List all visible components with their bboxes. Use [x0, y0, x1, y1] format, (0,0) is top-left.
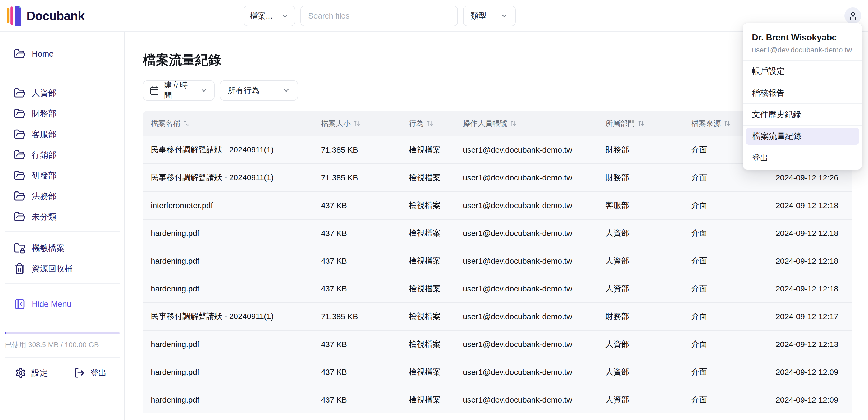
sort-icon [510, 120, 517, 127]
docubank-logo-icon [7, 5, 22, 26]
column-header[interactable]: 所屬部門 [597, 111, 683, 136]
table-cell: 介面 [683, 274, 768, 302]
folder-lock-icon [14, 242, 25, 254]
menu-item-檔案流量紀錄[interactable]: 檔案流量紀錄 [746, 128, 859, 145]
sidebar-item-機敏檔案[interactable]: 機敏檔案 [5, 238, 120, 259]
trash-icon [14, 263, 25, 274]
sidebar-item-Home[interactable]: Home [5, 43, 120, 64]
table-cell: 檢視檔案 [401, 330, 455, 358]
sidebar-item-label: 客服部 [32, 129, 56, 140]
user-avatar-button[interactable] [844, 7, 861, 24]
menu-divider [743, 125, 862, 126]
menu-item-文件歷史紀錄[interactable]: 文件歷史紀錄 [743, 104, 862, 125]
table-cell: 437 KB [313, 358, 401, 386]
table-cell: 2024-09-12 12:09 [768, 386, 852, 413]
sidebar-item-label: 機敏檔案 [32, 243, 65, 253]
table-cell: 介面 [683, 386, 768, 413]
table-cell: hardening.pdf [143, 386, 313, 413]
hide-menu-button[interactable]: Hide Menu [5, 294, 120, 314]
column-header[interactable]: 檔案大小 [313, 111, 401, 136]
type-select[interactable]: 類型 [463, 5, 516, 26]
folder-open-icon [14, 128, 25, 140]
table-cell: 介面 [683, 247, 768, 274]
table-cell: 介面 [683, 219, 768, 247]
table-cell: 介面 [683, 330, 768, 358]
table-cell: 人資部 [597, 358, 683, 386]
table-cell: 檢視檔案 [401, 358, 455, 386]
table-cell: user1@dev.docubank-demo.tw [455, 247, 597, 274]
table-cell: 檢視檔案 [401, 302, 455, 330]
column-header[interactable]: 檔案名稱 [143, 111, 313, 136]
table-row: hardening.pdf437 KB檢視檔案user1@dev.docuban… [143, 386, 852, 413]
sort-icon [426, 120, 433, 127]
table-cell: 2024-09-12 12:18 [768, 274, 852, 302]
sidebar-item-人資部[interactable]: 人資部 [5, 83, 120, 103]
table-cell: 檢視檔案 [401, 163, 455, 191]
table-cell: 2024-09-12 12:13 [768, 330, 852, 358]
sidebar-item-研發部[interactable]: 研發部 [5, 165, 120, 186]
table-cell: user1@dev.docubank-demo.tw [455, 302, 597, 330]
table-cell: 財務部 [597, 136, 683, 163]
user-name: Dr. Brent Wisokyabc [752, 33, 853, 42]
column-header[interactable]: 操作人員帳號 [455, 111, 597, 136]
menu-item-登出[interactable]: 登出 [743, 147, 862, 169]
sidebar-item-財務部[interactable]: 財務部 [5, 103, 120, 124]
table-cell: 437 KB [313, 274, 401, 302]
file-scope-value: 檔案... [250, 10, 272, 22]
table-cell: 檢視檔案 [401, 386, 455, 413]
storage-usage-text: 已使用 308.5 MB / 100.00 GB [5, 341, 120, 349]
table-row: hardening.pdf437 KB檢視檔案user1@dev.docuban… [143, 358, 852, 386]
sidebar-item-資源回收桶[interactable]: 資源回收桶 [5, 259, 120, 279]
table-cell: 客服部 [597, 191, 683, 219]
hide-menu-label: Hide Menu [32, 299, 71, 309]
table-cell: user1@dev.docubank-demo.tw [455, 330, 597, 358]
sidebar-item-未分類[interactable]: 未分類 [5, 207, 120, 227]
menu-item-帳戶設定[interactable]: 帳戶設定 [743, 61, 862, 82]
table-cell: 2024-09-12 12:18 [768, 191, 852, 219]
action-filter-dropdown[interactable]: 所有行為 [220, 81, 298, 100]
file-scope-select[interactable]: 檔案... [244, 5, 295, 26]
sidebar: Home人資部財務部客服部行銷部研發部法務部未分類機敏檔案資源回收桶 Hide … [0, 32, 125, 420]
table-cell: hardening.pdf [143, 219, 313, 247]
table-cell: hardening.pdf [143, 358, 313, 386]
column-header[interactable]: 行為 [401, 111, 455, 136]
sidebar-item-客服部[interactable]: 客服部 [5, 124, 120, 145]
table-cell: 437 KB [313, 330, 401, 358]
table-cell: 檢視檔案 [401, 191, 455, 219]
type-select-value: 類型 [470, 10, 486, 22]
table-cell: 2024-09-12 12:18 [768, 247, 852, 274]
search-input[interactable] [301, 5, 458, 26]
chevron-down-icon [200, 87, 208, 94]
logout-button[interactable]: 登出 [74, 367, 106, 379]
settings-button[interactable]: 設定 [15, 367, 48, 379]
column-header-label: 檔案來源 [691, 119, 721, 127]
table-cell: 人資部 [597, 274, 683, 302]
action-filter-value: 所有行為 [228, 85, 259, 96]
table-cell: 437 KB [313, 386, 401, 413]
table-cell: 檢視檔案 [401, 274, 455, 302]
sidebar-item-label: 財務部 [32, 108, 56, 119]
sidebar-item-label: 法務部 [32, 191, 56, 202]
sidebar-item-法務部[interactable]: 法務部 [5, 186, 120, 207]
folder-open-icon [14, 190, 25, 202]
table-cell: user1@dev.docubank-demo.tw [455, 163, 597, 191]
sort-icon [638, 120, 645, 127]
sidebar-item-行銷部[interactable]: 行銷部 [5, 145, 120, 165]
user-email: user1@dev.docubank-demo.tw [752, 46, 853, 54]
table-cell: 437 KB [313, 247, 401, 274]
sidebar-divider [5, 283, 120, 284]
folder-open-icon [14, 108, 25, 120]
folder-open-icon [14, 149, 25, 161]
table-cell: user1@dev.docubank-demo.tw [455, 191, 597, 219]
sidebar-divider [5, 357, 120, 358]
sort-icon [353, 120, 360, 127]
table-cell: 人資部 [597, 247, 683, 274]
column-header-label: 所屬部門 [606, 119, 635, 127]
table-cell: hardening.pdf [143, 247, 313, 274]
brand-logo[interactable]: Docubank [7, 5, 84, 26]
table-cell: 437 KB [313, 191, 401, 219]
menu-item-稽核報告[interactable]: 稽核報告 [743, 82, 862, 103]
table-cell: 介面 [683, 358, 768, 386]
sidebar-item-label: 人資部 [32, 88, 56, 99]
date-filter-dropdown[interactable]: 建立時間 [143, 81, 215, 100]
